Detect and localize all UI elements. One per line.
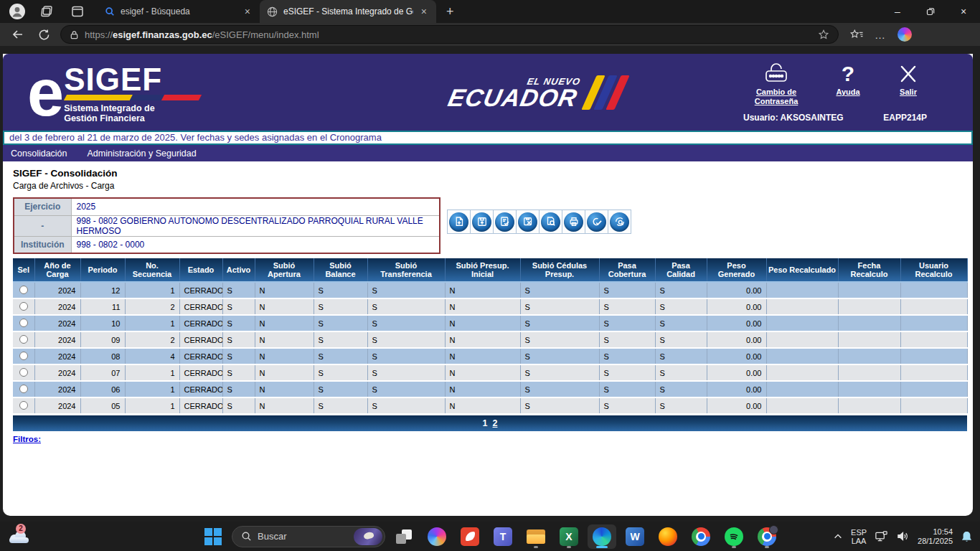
copilot-icon[interactable]: [897, 27, 912, 42]
back-button[interactable]: [9, 25, 27, 44]
table-cell: S: [599, 381, 655, 397]
approve-consolidation-button[interactable]: [585, 209, 608, 234]
row-select-radio[interactable]: [19, 286, 28, 294]
filters-link[interactable]: Filtros:: [13, 435, 41, 443]
help-button[interactable]: ? Ayuda: [826, 62, 870, 97]
table-cell: S: [655, 331, 707, 348]
profile-avatar[interactable]: [7, 1, 27, 22]
windows-logo-icon: [204, 528, 222, 545]
terminal-code: EAPP214P: [883, 113, 927, 123]
select-cell: [13, 397, 34, 414]
copilot-app-button[interactable]: [423, 524, 451, 549]
network-icon[interactable]: [875, 530, 888, 543]
table-cell: 0.00: [707, 298, 766, 315]
table-cell: N: [255, 331, 314, 348]
padlock-icon: [761, 62, 791, 85]
browser-tab-search[interactable]: esigef - Búsqueda ×: [98, 0, 260, 23]
notification-bell-icon[interactable]: [961, 530, 973, 543]
favorite-star-icon[interactable]: [818, 29, 829, 40]
table-cell: 05: [80, 397, 125, 414]
table-cell: 2024: [34, 397, 80, 414]
chrome-profile-button[interactable]: [753, 524, 781, 549]
table-row: 2024101CERRADOSNSSNSSS0.00: [13, 315, 967, 331]
workspaces-icon[interactable]: [37, 1, 57, 22]
row-select-radio[interactable]: [19, 385, 28, 393]
search-records-button[interactable]: [608, 209, 631, 234]
delete-record-icon: [518, 212, 537, 232]
excel-button[interactable]: X: [555, 524, 583, 549]
refresh-button[interactable]: [34, 25, 53, 44]
logout-button[interactable]: Salir: [887, 62, 930, 97]
window-restore-button[interactable]: [914, 0, 947, 23]
preview-document-button[interactable]: [539, 209, 562, 234]
menu-item-administracion[interactable]: Administración y Seguridad: [88, 149, 197, 159]
new-record-button[interactable]: [447, 209, 471, 234]
clock[interactable]: 10:54 28/1/2025: [918, 527, 953, 546]
chrome-button[interactable]: [687, 524, 715, 549]
table-cell: N: [255, 298, 314, 315]
flag-stripe: [65, 95, 200, 100]
table-cell: S: [655, 364, 707, 381]
ecuador-logo: EL NUEVO ECUADOR: [329, 75, 743, 110]
taskbar-search-box[interactable]: Buscar: [232, 526, 385, 547]
delete-record-button[interactable]: [516, 209, 540, 234]
pdf-app-button[interactable]: [456, 524, 484, 549]
table-cell: S: [655, 397, 707, 414]
window-minimize-button[interactable]: –: [881, 0, 914, 23]
table-cell: [766, 348, 838, 364]
file-explorer-button[interactable]: [522, 524, 550, 549]
table-cell: 2024: [34, 381, 80, 397]
logo-subtitle: Sistema Integrado de Gestión Financiera: [64, 103, 200, 123]
table-cell: CERRADO: [179, 348, 222, 364]
table-cell: 09: [80, 331, 125, 348]
volume-icon[interactable]: [896, 530, 910, 542]
address-bar[interactable]: https://esigef.finanzas.gob.ec/eSIGEF/me…: [60, 25, 839, 44]
task-view-button[interactable]: [390, 524, 418, 549]
table-cell: [766, 397, 838, 414]
browser-tab-esigef[interactable]: eSIGEF - Sistema Integrado de Ge ×: [260, 0, 436, 23]
page-number-current[interactable]: 1: [483, 418, 488, 428]
row-select-radio[interactable]: [19, 319, 28, 327]
change-password-button[interactable]: Cambio de Contraseña: [743, 62, 809, 106]
upload-file-button[interactable]: [470, 209, 494, 234]
table-cell: S: [222, 397, 255, 414]
tab-close-icon[interactable]: ×: [419, 6, 429, 17]
table-cell: [838, 348, 900, 364]
row-select-radio[interactable]: [19, 352, 28, 360]
window-close-button[interactable]: ×: [947, 0, 980, 23]
edge-button[interactable]: [588, 524, 616, 549]
vertical-tabs-icon[interactable]: [67, 1, 88, 22]
row-select-radio[interactable]: [19, 368, 28, 377]
new-record-icon: [449, 212, 468, 232]
teams-button[interactable]: T: [489, 524, 517, 549]
tab-close-icon[interactable]: ×: [242, 6, 253, 17]
row-select-radio[interactable]: [19, 401, 28, 410]
new-tab-button[interactable]: +: [436, 4, 464, 19]
form-row-ejercicio: Ejercicio 2025: [14, 198, 440, 215]
table-cell: [766, 381, 838, 397]
browser-menu-ellipsis[interactable]: …: [875, 29, 886, 41]
row-select-radio[interactable]: [19, 302, 28, 311]
menu-item-consolidacion[interactable]: Consolidación: [11, 149, 67, 159]
weather-widget[interactable]: 2: [9, 530, 30, 543]
spotify-button[interactable]: [720, 524, 748, 549]
word-button[interactable]: W: [621, 524, 649, 549]
column-header: Año de Carga: [34, 258, 80, 282]
table-cell: N: [445, 331, 520, 348]
search-highlight-image[interactable]: [354, 528, 382, 545]
table-cell: N: [255, 397, 314, 414]
language-indicator[interactable]: ESP LAA: [851, 528, 867, 545]
print-button[interactable]: [562, 209, 585, 234]
table-cell: 4: [125, 348, 179, 364]
search-icon: [241, 531, 252, 542]
page-number-link[interactable]: 2: [493, 418, 498, 428]
favorites-bar-icon[interactable]: [850, 28, 863, 41]
tray-chevron-up-icon[interactable]: [833, 532, 843, 542]
table-cell: [838, 331, 900, 348]
row-select-radio[interactable]: [19, 335, 28, 344]
firefox-button[interactable]: [654, 524, 682, 549]
form-row-institucion: Institución 998 - 0802 - 0000: [14, 236, 440, 253]
table-cell: S: [520, 397, 599, 414]
validate-form-button[interactable]: [493, 209, 517, 234]
start-button[interactable]: [199, 524, 227, 549]
